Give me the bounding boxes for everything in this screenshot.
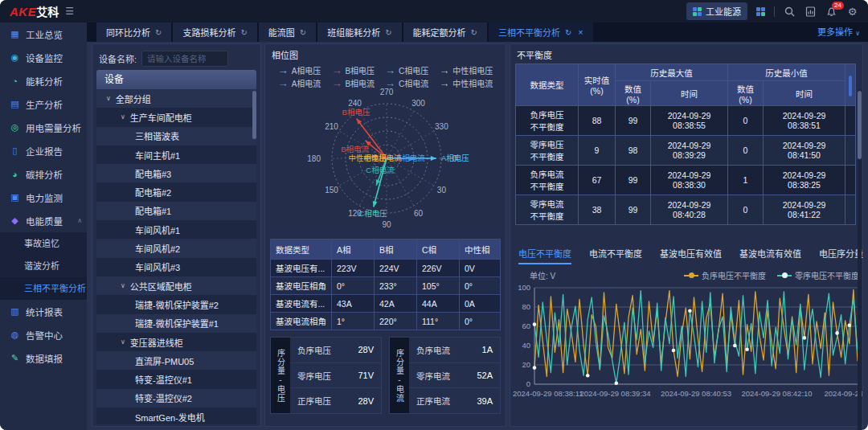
sidebar-item-stat-report[interactable]: ▥统计报表 — [0, 300, 87, 323]
table-row[interactable]: 负序电压 不平衡度88992024-09-29 08:38:5502024-09… — [516, 106, 856, 136]
table-row[interactable]: 零序电流 不平衡度38992024-09-29 08:40:2802024-09… — [516, 195, 856, 225]
arrow-icon: → — [278, 67, 289, 75]
cell: 0 — [728, 195, 764, 225]
chart-tab-fund-current-rms[interactable]: 基波电流有效值 — [739, 247, 801, 264]
refresh-icon[interactable]: ↻ — [155, 28, 162, 37]
device-search-input[interactable] — [141, 51, 228, 67]
sidebar-item-power-monitor[interactable]: ▣电力监测 — [0, 186, 87, 209]
sidebar-item-data-entry[interactable]: ✎数据填报 — [0, 346, 87, 370]
seq-row: 零序电流52A — [409, 363, 500, 389]
report-icon[interactable] — [805, 6, 817, 18]
workspace-button[interactable]: 工业能源 — [686, 2, 747, 20]
cell: 44A — [417, 295, 460, 313]
tree-leaf-row[interactable]: 配电箱#3 — [96, 164, 256, 182]
panel-scrollbar[interactable] — [858, 89, 862, 430]
sidebar-item-device-monitor[interactable]: ◉设备监控 — [0, 46, 87, 69]
refresh-icon[interactable]: ↻ — [471, 28, 477, 37]
energy-analysis-icon: ◔ — [10, 76, 20, 86]
tab-three-phase-imbalance[interactable]: 三相不平衡分析↻× — [489, 23, 593, 42]
tree-leaf-row[interactable]: 瑞捷-微机保护装置#2 — [96, 295, 256, 313]
tree-leaf-row[interactable]: 三相谐波表 — [96, 127, 256, 145]
search-icon[interactable] — [784, 6, 796, 18]
sidebar-item-three-phase-imbalance[interactable]: 三相不平衡分析 — [0, 277, 87, 300]
tree-leaf-row[interactable]: 配电箱#2 — [96, 182, 256, 201]
panel-scrollbar-thumb[interactable] — [858, 91, 862, 159]
close-icon[interactable]: × — [578, 27, 583, 37]
column-header: 数值 (%) — [616, 81, 651, 106]
chart-tab-voltage-seq[interactable]: 电压序分量 — [819, 247, 863, 264]
sidebar-item-label: 电能质量 — [26, 215, 63, 227]
arrow-icon: → — [439, 67, 449, 75]
tree-scrollbar-thumb[interactable] — [252, 91, 256, 139]
alarm-bell-icon[interactable]: 24 — [825, 6, 837, 18]
cell: 226V — [417, 260, 460, 277]
tree-leaf-row[interactable]: 配电箱#1 — [96, 202, 256, 220]
tab-energy-flow[interactable]: 能流图↻ — [259, 23, 316, 42]
chevron-down-icon[interactable]: ∨ — [121, 113, 125, 121]
tree-leaf-row[interactable]: 特变-温控仪#1 — [96, 370, 256, 388]
table-row[interactable]: 基波电流有...43A42A44A0A — [271, 295, 501, 313]
sidebar-item-enterprise-report[interactable]: ▯企业报告 — [0, 139, 87, 162]
tree-leaf-row[interactable]: 瑞捷-微机保护装置#1 — [96, 314, 256, 333]
sidebar-item-carbon-analysis[interactable]: ◕碳排分析 — [0, 162, 87, 186]
tree-leaf-row[interactable]: SmartGen-发电机 — [96, 407, 256, 424]
top-header: AKE艾科 ☰ 工业能源 24 ⚙ — [0, 0, 868, 23]
sidebar-item-demand-analysis[interactable]: ◎用电需量分析 — [0, 116, 87, 139]
table-header-row: 数据类型实时值 (%)历史最大值历史最小值 — [516, 64, 856, 81]
logo-text-en: AKE艾科 — [10, 3, 59, 19]
settings-gear-icon[interactable]: ⚙ — [846, 6, 858, 18]
refresh-icon[interactable]: ↻ — [300, 28, 306, 37]
table-row[interactable]: 基波电压有...223V224V226V0V — [271, 260, 501, 277]
sidebar-item-accident-recall[interactable]: 事故追忆 — [0, 232, 87, 255]
cell: 2024-09-29 08:40:28 — [651, 195, 728, 225]
tab-team-energy[interactable]: 班组能耗分析↻ — [317, 23, 401, 42]
table-row[interactable]: 零序电压 不平衡度9982024-09-29 08:39:2902024-09-… — [516, 136, 856, 166]
sidebar-item-overview[interactable]: ▦工业总览 — [0, 23, 87, 46]
cell — [845, 106, 856, 136]
column-header: 数据类型 — [271, 240, 332, 260]
chevron-down-icon[interactable]: ∨ — [121, 338, 125, 346]
chart-tab-current-imbalance[interactable]: 电流不平衡度 — [589, 247, 642, 264]
refresh-icon[interactable]: ↻ — [565, 28, 571, 37]
tab-yoy-analysis[interactable]: 同环比分析↻ — [96, 23, 171, 42]
sidebar-item-label: 碳排分析 — [26, 168, 63, 181]
collapse-menu-icon[interactable]: ☰ — [65, 6, 74, 17]
phase-panel: 相位图 →A相电压→B相电压→C相电压→中性相电压→A相电流→B相电流→C相电流… — [264, 43, 506, 427]
tree-leaf-row[interactable]: 车间风机#2 — [96, 239, 256, 257]
chart-tab-fund-voltage-rms[interactable]: 基波电压有效值 — [660, 247, 722, 264]
table-row[interactable]: 基波电流相角1°220°111°0° — [271, 313, 501, 330]
tab-branch-loss[interactable]: 支路损耗分析↻ — [173, 23, 256, 42]
sidebar-item-production-analysis[interactable]: ▤生产分析 — [0, 92, 87, 116]
tree-leaf-row[interactable]: 车间主机#1 — [96, 145, 256, 164]
chart-tab-voltage-imbalance[interactable]: 电压不平衡度 — [518, 247, 571, 264]
app-switcher-icon[interactable] — [756, 7, 765, 16]
tree-leaf-row[interactable]: 车间风机#1 — [96, 220, 256, 239]
table-row[interactable]: 负序电流 不平衡度67992024-09-29 08:38:3012024-09… — [516, 166, 856, 195]
tree-group-row[interactable]: ∨公共区域配电柜 — [96, 276, 256, 295]
table-row[interactable]: 基波电压相角0°233°105°0° — [271, 277, 501, 295]
tree-group-row[interactable]: ∨生产车间配电柜 — [96, 108, 256, 126]
sidebar-item-energy-analysis[interactable]: ◔能耗分析 — [0, 69, 87, 92]
alarm-center-icon: ◍ — [10, 330, 20, 340]
tree-group-row[interactable]: ∨变压器进线柜 — [96, 333, 256, 351]
more-actions-button[interactable]: 更多操作 ∨ — [817, 25, 860, 38]
sidebar-item-alarm-center[interactable]: ◍告警中心 — [0, 323, 87, 346]
cell: 99 — [616, 166, 651, 195]
tree-leaf-row[interactable]: 特变-温控仪#2 — [96, 389, 256, 407]
chevron-down-icon[interactable]: ∨ — [106, 95, 111, 102]
tree-node-label: 三相谐波表 — [135, 129, 179, 142]
seq-label: 正序电流 — [416, 395, 450, 407]
table-scrollbar[interactable] — [845, 64, 856, 106]
sidebar-item-power-quality[interactable]: ◆电能质量∧ — [0, 209, 87, 232]
refresh-icon[interactable]: ↻ — [240, 28, 247, 37]
sidebar: ▦工业总览◉设备监控◔能耗分析▤生产分析◎用电需量分析▯企业报告◕碳排分析▣电力… — [0, 23, 87, 430]
refresh-icon[interactable]: ↻ — [385, 28, 391, 37]
tab-energy-quota[interactable]: 能耗定额分析↻ — [403, 23, 487, 42]
tree-leaf-row[interactable]: 车间风机#3 — [96, 258, 256, 276]
tree-group-row[interactable]: ∨全部分组 — [96, 89, 256, 108]
cell: 2024-09-29 08:38:30 — [651, 166, 728, 195]
tree-leaf-row[interactable]: 直流屏-PMU05 — [96, 351, 256, 370]
seq-voltage-side-label: 序分量-电压 — [271, 338, 290, 413]
sidebar-item-harmonic-analysis[interactable]: 谐波分析 — [0, 255, 87, 277]
chevron-down-icon[interactable]: ∨ — [121, 282, 125, 289]
